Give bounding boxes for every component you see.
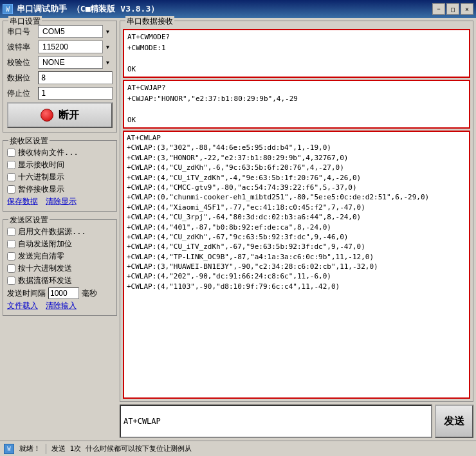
status-bar: W 就绪！ 发送 1次 什么时候都可以按下复位让测例从 — [0, 441, 476, 456]
parity-select[interactable]: NONE — [38, 56, 113, 69]
save-data-link[interactable]: 保存数据 — [7, 196, 38, 207]
recv-checkbox-0[interactable] — [7, 149, 15, 157]
receive-data-group: 串口数据接收 AT+CWMODE?+CWMODE:1OK AT+CWJAP?+C… — [120, 21, 473, 402]
baud-select-wrapper: 115200 ▼ — [38, 41, 113, 53]
serial-settings-title: 串口设置 — [8, 16, 42, 27]
stopbits-row: 停止位 1 — [7, 87, 113, 100]
interval-label: 发送时间隔 — [7, 288, 46, 299]
send-checkbox-3[interactable] — [7, 264, 15, 273]
send-option-4: 数据流循环发送 — [7, 275, 113, 286]
port-select[interactable]: COM5 — [38, 25, 113, 38]
send-settings-group: 发送区设置 启用文件数据源... 自动发送附加位 发送完自清零 按十六进制发送 … — [3, 219, 117, 316]
interval-row: 发送时间隔 毫秒 — [7, 287, 113, 299]
recv-option-2: 十六进制显示 — [7, 172, 113, 183]
send-settings-title: 发送区设置 — [8, 215, 50, 226]
receive-settings-group: 接收区设置 接收转向文件... 显示接收时间 十六进制显示 暂停接收显示 保存数… — [3, 140, 117, 212]
recv-box-2: AT+CWJAP?+CWJAP:"HONOR","e2:37:b1:80:29:… — [123, 80, 470, 129]
send-option-3: 按十六进制发送 — [7, 263, 113, 274]
serial-settings-group: 串口设置 串口号 COM5 ▼ 波特率 115200 ▼ — [3, 21, 117, 132]
app-icon: W — [3, 4, 13, 14]
recv-option-label-3: 暂停接收显示 — [18, 184, 64, 195]
send-links: 文件载入 清除输入 — [7, 300, 113, 311]
recv-box-1: AT+CWMODE?+CWMODE:1OK — [123, 29, 470, 78]
databits-row: 数据位 8 — [7, 71, 113, 84]
send-button[interactable]: 发送 — [435, 405, 473, 438]
baud-row: 波特率 115200 ▼ — [7, 41, 113, 53]
databits-value: 8 — [38, 71, 113, 84]
send-option-1: 自动发送附加位 — [7, 239, 113, 250]
top-boxes: AT+CWMODE?+CWMODE:1OK AT+CWJAP?+CWJAP:"H… — [123, 29, 470, 129]
send-checkbox-4[interactable] — [7, 277, 15, 285]
recv-checkbox-3[interactable] — [7, 185, 15, 194]
red-indicator — [41, 109, 53, 122]
send-checkbox-1[interactable] — [7, 240, 15, 248]
status-scroll-text: 发送 1次 什么时候都可以按下复位让测例从 — [51, 444, 472, 453]
port-row: 串口号 COM5 ▼ — [7, 25, 113, 38]
close-button[interactable]: × — [461, 3, 473, 15]
parity-label: 校验位 — [7, 57, 38, 68]
port-label: 串口号 — [7, 26, 38, 37]
status-divider — [46, 444, 46, 454]
main-container: 串口设置 串口号 COM5 ▼ 波特率 115200 ▼ — [0, 18, 476, 441]
recv-checkbox-2[interactable] — [7, 173, 15, 181]
send-option-0: 启用文件数据源... — [7, 226, 113, 237]
clear-input-link[interactable]: 清除输入 — [46, 300, 77, 311]
recv-option-label-0: 接收转向文件... — [18, 147, 78, 158]
window-controls: － □ × — [432, 3, 473, 15]
recv-checkbox-1[interactable] — [7, 161, 15, 169]
left-panel: 串口设置 串口号 COM5 ▼ 波特率 115200 ▼ — [3, 21, 117, 438]
stopbits-label: 停止位 — [7, 88, 38, 99]
send-option-label-0: 启用文件数据源... — [18, 226, 86, 237]
send-option-2: 发送完自清零 — [7, 251, 113, 262]
disconnect-label: 断开 — [59, 109, 79, 122]
send-checkbox-0[interactable] — [7, 228, 15, 236]
send-checkbox-2[interactable] — [7, 252, 15, 260]
receive-settings-title: 接收区设置 — [8, 136, 50, 147]
maximize-button[interactable]: □ — [446, 3, 459, 15]
disconnect-button[interactable]: 断开 — [7, 102, 113, 128]
window-title: 串口调试助手 （C■精装版 V3.8.3） — [17, 3, 159, 15]
interval-unit: 毫秒 — [82, 288, 97, 299]
parity-row: 校验位 NONE ▼ — [7, 56, 113, 69]
send-option-label-4: 数据流循环发送 — [18, 275, 72, 286]
send-option-label-2: 发送完自清零 — [18, 251, 64, 262]
receive-data-title: 串口数据接收 — [125, 16, 174, 27]
recv-option-3: 暂停接收显示 — [7, 184, 113, 195]
right-panel: 串口数据接收 AT+CWMODE?+CWMODE:1OK AT+CWJAP?+C… — [120, 21, 473, 438]
stopbits-value: 1 — [38, 87, 113, 100]
send-option-label-3: 按十六进制发送 — [18, 263, 72, 274]
file-load-link[interactable]: 文件载入 — [7, 300, 38, 311]
parity-select-wrapper: NONE ▼ — [38, 56, 113, 69]
interval-input[interactable] — [48, 287, 79, 299]
clear-display-link[interactable]: 清除显示 — [46, 196, 77, 207]
baud-label: 波特率 — [7, 42, 38, 53]
send-option-label-1: 自动发送附加位 — [18, 239, 72, 250]
recv-option-1: 显示接收时间 — [7, 160, 113, 170]
port-select-wrapper: COM5 ▼ — [38, 25, 113, 38]
databits-label: 数据位 — [7, 73, 38, 84]
baud-select[interactable]: 115200 — [38, 41, 113, 53]
main-receive-area[interactable]: AT+CWLAP +CWLAP:(3,"302",-88,"44:6e:e5:9… — [123, 131, 470, 399]
recv-option-label-2: 十六进制显示 — [18, 172, 64, 183]
send-btn-label: 发送 — [444, 415, 464, 428]
title-bar: W 串口调试助手 （C■精装版 V3.8.3） － □ × — [0, 0, 476, 18]
receive-links: 保存数据 清除显示 — [7, 196, 113, 207]
send-input[interactable] — [120, 405, 432, 438]
status-text: 就绪！ — [19, 444, 41, 453]
recv-option-label-1: 显示接收时间 — [18, 160, 64, 170]
recv-option-0: 接收转向文件... — [7, 147, 113, 158]
status-icon: W — [4, 444, 14, 454]
send-area-bottom: 发送 — [120, 405, 473, 438]
minimize-button[interactable]: － — [432, 3, 445, 15]
